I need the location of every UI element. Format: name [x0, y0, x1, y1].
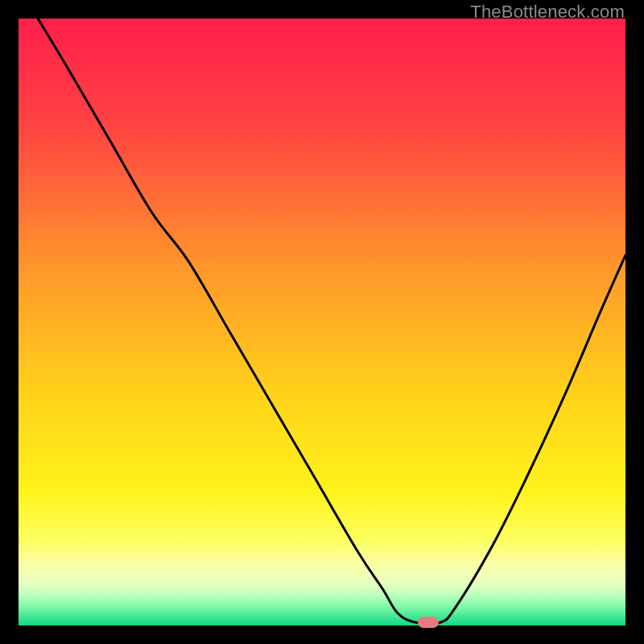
bottleneck-curve	[19, 19, 625, 625]
optimal-marker	[418, 617, 439, 628]
plot-area	[19, 19, 625, 625]
